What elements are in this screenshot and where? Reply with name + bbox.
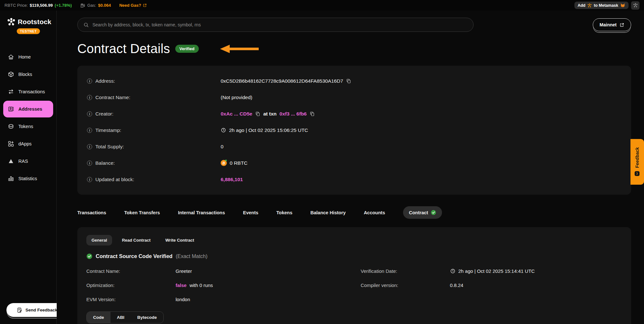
field-verification-date: Verification Date: 2h ago | Oct 02 2025 …	[361, 264, 622, 278]
top-stats-bar: RBTC Price: $119,506.99 (+1.78%) Gas: $0…	[0, 0, 644, 11]
search-input[interactable]	[92, 22, 467, 27]
sidebar-item-label: Tokens	[18, 124, 33, 129]
copy-icon[interactable]	[346, 79, 351, 84]
triangle-icon	[8, 158, 14, 164]
contract-panel: General Read Contract Write Contract Con…	[77, 227, 631, 324]
title-row: Contract Details Verified	[77, 42, 631, 56]
info-icon[interactable]	[87, 161, 92, 166]
info-icon[interactable]	[87, 128, 92, 133]
tab-token-transfers[interactable]: Token Transfers	[124, 210, 160, 215]
tab-internal-transactions[interactable]: Internal Transactions	[178, 210, 225, 215]
add-to-metamask-prefix: Add	[578, 3, 585, 8]
field-optimization: Optimization: false with 0 runs	[86, 278, 348, 292]
network-badge: TESTNET	[17, 28, 40, 34]
verification-fields-left: Contract Name: Greeter Optimization: fal…	[86, 264, 348, 306]
sidebar: Rootstock TESTNET Home Blocks	[0, 11, 57, 324]
metamask-fox-icon	[620, 3, 625, 8]
source-verified-line: Contract Source Code Verified (Exact Mat…	[86, 253, 622, 259]
field-optimization-label: Optimization:	[86, 282, 176, 288]
detail-row-timestamp: Timestamp: 2h ago | Oct 02 2025 15:06:25…	[87, 122, 621, 138]
code-tab[interactable]: Code	[87, 312, 111, 323]
need-gas-label: Need Gas?	[119, 3, 141, 8]
verified-badge: Verified	[175, 45, 199, 53]
apps-grid-icon	[8, 141, 14, 147]
balance-value: 0 RBTC	[230, 160, 247, 166]
search-row: Mainnet	[77, 18, 631, 32]
tab-balance-history[interactable]: Balance History	[311, 210, 346, 215]
sidebar-menu: Home Blocks Transactions	[0, 48, 56, 187]
field-compiler-version: Compiler version: 0.8.24	[361, 278, 622, 292]
contract-name-value: (Not provided)	[221, 95, 252, 100]
feedback-note-icon	[17, 307, 23, 313]
contact-card-icon	[8, 106, 14, 112]
field-evm-version: EVM Version: london	[86, 292, 348, 306]
feedback-side-tab[interactable]: Feedback	[630, 139, 644, 185]
subtab-read-contract[interactable]: Read Contract	[117, 235, 156, 245]
field-optimization-rest: with 0 runs	[189, 282, 213, 288]
external-link-icon	[620, 23, 624, 27]
top-stats-left: RBTC Price: $119,506.99 (+1.78%) Gas: $0…	[5, 3, 147, 8]
tab-contract-label: Contract	[409, 210, 428, 215]
sidebar-item-blocks[interactable]: Blocks	[0, 66, 56, 83]
copy-icon[interactable]	[310, 111, 315, 116]
tab-events[interactable]: Events	[243, 210, 258, 215]
sidebar-item-home[interactable]: Home	[0, 48, 56, 66]
need-gas-link[interactable]: Need Gas?	[119, 3, 147, 8]
abi-tab[interactable]: ABI	[111, 312, 131, 323]
sidebar-item-statistics[interactable]: Statistics	[0, 170, 56, 187]
address-label: Address:	[95, 78, 115, 84]
creator-tx-link[interactable]: 0xf3 ... 6fb6	[280, 111, 307, 117]
subtab-write-contract[interactable]: Write Contract	[160, 235, 199, 245]
info-icon[interactable]	[87, 177, 92, 182]
balance-label: Balance:	[95, 160, 115, 166]
tab-contract[interactable]: Contract	[403, 206, 442, 219]
tab-accounts[interactable]: Accounts	[364, 210, 385, 215]
contract-details-card: Address: 0xC5D2B6b48162C7728c9A008612D64…	[77, 66, 631, 195]
rootstock-logo-icon	[7, 18, 15, 26]
info-icon[interactable]	[87, 111, 92, 116]
total-supply-label: Total Supply:	[95, 144, 124, 150]
cube-icon	[8, 71, 14, 78]
bytecode-tab[interactable]: Bytecode	[131, 312, 163, 323]
search-bar[interactable]	[77, 18, 474, 32]
detail-row-creator: Creator: 0xAc ... CD5e at txn 0xf3 ... 6…	[87, 106, 621, 122]
field-contract-name-value: Greeter	[176, 268, 348, 274]
mainnet-button[interactable]: Mainnet	[593, 18, 631, 31]
copy-icon[interactable]	[255, 111, 260, 116]
annotation-left-arrow-icon	[220, 44, 259, 54]
search-icon	[83, 22, 89, 28]
field-optimization-highlight: false	[176, 282, 187, 288]
field-verification-date-value: 2h ago | Oct 02 2025 15:14:41 UTC	[458, 268, 535, 274]
total-supply-value: 0	[221, 144, 224, 150]
sidebar-item-label: Blocks	[18, 72, 32, 77]
address-value: 0xC5D2B6b48162C7728c9A008612D64FA8530A16…	[221, 78, 343, 84]
check-circle-icon	[431, 210, 436, 215]
clock-icon	[450, 268, 456, 274]
detail-row-balance: Balance: 0 RBTC	[87, 155, 621, 171]
sidebar-item-label: dApps	[18, 141, 32, 146]
subtab-general[interactable]: General	[86, 235, 112, 245]
sidebar-item-label: Statistics	[18, 176, 37, 181]
sidebar-item-ras[interactable]: RAS	[0, 153, 56, 170]
add-to-metamask-button[interactable]: Add to Metamask	[574, 2, 629, 9]
info-icon[interactable]	[87, 95, 92, 100]
gas-pump-icon	[80, 3, 85, 8]
rbtc-coin-icon	[221, 160, 227, 166]
add-to-metamask-suffix: to Metamask	[594, 3, 618, 8]
info-icon[interactable]	[87, 144, 92, 149]
gas-value: $0.064	[98, 3, 111, 8]
updated-block-link[interactable]: 6,886,101	[221, 177, 243, 182]
creator-address-link[interactable]: 0xAc ... CD5e	[221, 111, 252, 117]
tab-transactions[interactable]: Transactions	[77, 210, 106, 215]
field-contract-name: Contract Name: Greeter	[86, 264, 348, 278]
sidebar-item-addresses[interactable]: Addresses	[3, 101, 53, 117]
sidebar-item-transactions[interactable]: Transactions	[0, 83, 56, 100]
sidebar-item-tokens[interactable]: Tokens	[0, 118, 56, 135]
feedback-smiley-icon	[635, 171, 640, 176]
info-icon[interactable]	[87, 79, 92, 84]
page-title: Contract Details	[77, 42, 170, 56]
source-verified-title: Contract Source Code Verified	[96, 253, 172, 259]
tab-tokens[interactable]: Tokens	[276, 210, 293, 215]
rootstock-toggle-button[interactable]	[631, 1, 639, 10]
sidebar-item-dapps[interactable]: dApps	[0, 135, 56, 153]
